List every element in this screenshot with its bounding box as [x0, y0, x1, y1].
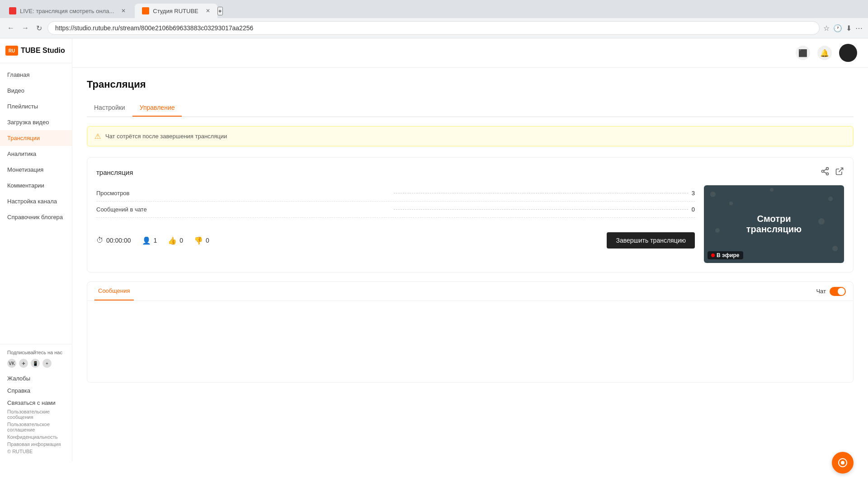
sidebar-item-translyatsii[interactable]: Трансляции: [0, 130, 72, 146]
stream-info: Просмотров 3 Сообщений в чате 0: [96, 185, 695, 263]
browser-chrome: LIVE: трансляция смотреть онла... ✕ Студ…: [0, 0, 868, 38]
tab-nastroyki[interactable]: Настройки: [87, 99, 132, 117]
share-button[interactable]: [821, 167, 830, 178]
history-icon[interactable]: 🕐: [833, 24, 842, 33]
open-external-button[interactable]: [835, 167, 844, 178]
address-bar-icons: ☆ 🕐 ⬇ ⋯: [823, 24, 863, 33]
svg-point-7: [729, 202, 733, 205]
svg-point-12: [770, 188, 774, 192]
url-input[interactable]: [47, 21, 820, 35]
sidebar-item-spravka[interactable]: Справка: [7, 385, 65, 397]
tab-studio-label: Студия RUTUBE: [153, 8, 198, 14]
svg-point-8: [828, 197, 833, 201]
sidebar-item-zagruzka[interactable]: Загрузка видео: [0, 114, 72, 130]
dislikes-value: 0: [206, 237, 209, 244]
live-badge: В эфире: [708, 251, 743, 259]
stat-row-views: Просмотров 3: [96, 185, 695, 202]
stream-section: трансляция Просмотров: [87, 157, 854, 272]
page-title: Трансляция: [87, 79, 854, 90]
stream-inner: Просмотров 3 Сообщений в чате 0: [96, 185, 844, 263]
messages-tabs: Сообщения Чат: [87, 282, 853, 301]
bookmark-icon[interactable]: ☆: [823, 24, 830, 33]
browser-tab-live[interactable]: LIVE: трансляция смотреть онла... ✕: [2, 4, 133, 18]
sidebar-item-analitika[interactable]: Аналитика: [0, 146, 72, 162]
viewers-icon: 👤: [142, 236, 151, 245]
tab-studio-close[interactable]: ✕: [206, 8, 210, 14]
stream-footer: ⏱ 00:00:00 👤 1 👍 0: [96, 225, 695, 252]
avatar[interactable]: [839, 44, 857, 62]
logo-icon: RU: [5, 46, 18, 56]
menu-icon[interactable]: ⋯: [855, 24, 863, 33]
fab-button[interactable]: [832, 452, 854, 474]
link-legal[interactable]: Правовая информация: [7, 441, 65, 447]
fab-icon: [837, 457, 848, 468]
sidebar-item-video[interactable]: Видео: [0, 83, 72, 99]
follow-label: Подписывайтесь на нас: [7, 350, 62, 355]
download-icon[interactable]: ⬇: [846, 24, 852, 33]
tab-upravlenie[interactable]: Управление: [132, 99, 182, 117]
sidebar-item-spravochnik[interactable]: Справочник блогера: [0, 209, 72, 225]
favicon-live: [9, 7, 16, 14]
sidebar-item-pleylisty[interactable]: Плейлисты: [0, 99, 72, 114]
thumbs-down-icon: 👎: [194, 236, 203, 245]
svg-line-4: [824, 169, 826, 170]
sidebar-item-nastroyka[interactable]: Настройка канала: [0, 193, 72, 209]
sidebar-item-glavnaya[interactable]: Главная: [0, 67, 72, 83]
sidebar-item-svyaz[interactable]: Связаться с нами: [7, 397, 65, 409]
forward-button[interactable]: →: [20, 22, 31, 34]
warning-icon: ⚠: [94, 132, 101, 141]
viewers-value: 1: [154, 237, 157, 244]
browser-tab-studio[interactable]: Студия RUTUBE ✕: [135, 4, 217, 18]
svg-point-1: [822, 170, 824, 173]
back-button[interactable]: ←: [5, 22, 16, 34]
link-privacy[interactable]: Конфиденциальность: [7, 434, 65, 440]
stat-row-messages: Сообщений в чате 0: [96, 202, 695, 218]
refresh-button[interactable]: ↻: [34, 22, 44, 34]
svg-point-11: [832, 246, 838, 251]
toggle-knob: [838, 288, 845, 295]
stat-views-label: Просмотров: [96, 190, 390, 197]
svg-point-13: [841, 461, 844, 465]
stat-messages-value: 0: [692, 206, 695, 213]
chat-toggle-switch[interactable]: [830, 287, 846, 296]
main-content: Трансляция Настройки Управление ⚠ Чат со…: [72, 68, 868, 461]
sidebar-item-monetizatsiya[interactable]: Монетизация: [0, 162, 72, 178]
end-stream-button[interactable]: Завершить трансляцию: [607, 232, 695, 249]
viber-icon[interactable]: 📱: [31, 359, 40, 368]
telegram-icon[interactable]: ✈: [19, 359, 28, 368]
sidebar-logo: RU TUBE Studio: [0, 38, 72, 63]
sidebar-item-kommentarii[interactable]: Комментарии: [0, 178, 72, 193]
new-tab-button[interactable]: +: [217, 7, 223, 15]
link-user-messages[interactable]: Пользовательские сообщения: [7, 409, 65, 420]
favicon-studio: [142, 7, 149, 14]
page-tabs: Настройки Управление: [87, 99, 854, 117]
sidebar: RU TUBE Studio Главная Видео Плейлисты З…: [0, 38, 72, 461]
stream-title: трансляция: [96, 169, 133, 176]
svg-point-9: [818, 218, 825, 225]
sidebar-item-zhaloby[interactable]: Жалобы: [7, 372, 65, 385]
link-user-agreement[interactable]: Пользовательское соглашение: [7, 422, 65, 432]
sidebar-nav: Главная Видео Плейлисты Загрузка видео Т…: [0, 63, 72, 344]
thumbs-up-icon: 👍: [168, 236, 177, 245]
plus-icon[interactable]: +: [42, 359, 52, 368]
sidebar-links: Пользовательские сообщения Пользовательс…: [7, 409, 65, 454]
vk-icon[interactable]: VK: [7, 359, 16, 368]
header-bar: ⬛ 🔔: [72, 38, 868, 68]
stat-views-value: 3: [692, 190, 695, 197]
messages-tab[interactable]: Сообщения: [94, 282, 134, 300]
stats-area: Просмотров 3 Сообщений в чате 0: [96, 185, 695, 218]
address-bar: ← → ↻ ☆ 🕐 ⬇ ⋯: [0, 18, 868, 38]
stream-preview-wrapper: Смотри трансляцию В эфире: [704, 185, 844, 263]
app: RU TUBE Studio Главная Видео Плейлисты З…: [0, 38, 868, 461]
svg-line-3: [824, 172, 826, 173]
svg-point-0: [826, 168, 829, 170]
logo-icon-text: RU: [9, 48, 15, 53]
screen-icon[interactable]: ⬛: [796, 46, 810, 60]
stat-messages-label: Сообщений в чате: [96, 206, 390, 213]
tab-live-close[interactable]: ✕: [121, 8, 126, 14]
bell-icon[interactable]: 🔔: [817, 46, 832, 60]
warning-text: Чат сотрётся после завершения трансляции: [105, 133, 227, 140]
timer-value: 00:00:00: [106, 237, 131, 244]
logo-text: TUBE Studio: [21, 47, 65, 55]
timer-icon: ⏱: [96, 236, 104, 244]
